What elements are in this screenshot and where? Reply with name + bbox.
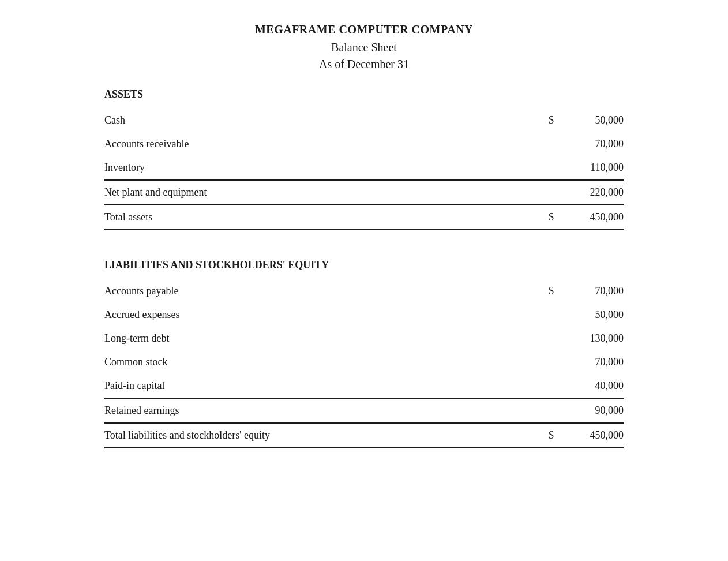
liabilities-row: Common stock 70,000 xyxy=(104,350,624,374)
liability-value: 130,000 xyxy=(572,332,624,345)
liabilities-row: Accounts payable $ 70,000 xyxy=(104,279,624,303)
liability-label: Accounts payable xyxy=(104,285,178,297)
assets-row: Inventory 110,000 xyxy=(104,156,624,179)
total-liabilities-row: Total liabilities and stockholders' equi… xyxy=(104,422,624,448)
liabilities-section: LIABILITIES AND STOCKHOLDERS' EQUITY Acc… xyxy=(104,259,624,448)
assets-section: ASSETS Cash $ 50,000 Accounts receivable… xyxy=(104,88,624,230)
asset-value-group: 220,000 xyxy=(520,186,624,199)
liability-value: 70,000 xyxy=(572,285,624,297)
liability-value: 40,000 xyxy=(572,380,624,392)
report-title: Balance Sheet xyxy=(104,41,624,54)
total-liabilities-label: Total liabilities and stockholders' equi… xyxy=(104,429,270,442)
liability-label: Accrued expenses xyxy=(104,309,179,321)
liability-value-group: 70,000 xyxy=(520,356,624,368)
asset-value: 110,000 xyxy=(572,162,624,174)
total-liabilities-value-group: $ 450,000 xyxy=(520,429,624,442)
asset-label: Accounts receivable xyxy=(104,138,189,150)
liability-value-group: 130,000 xyxy=(520,332,624,345)
liability-value: 90,000 xyxy=(572,405,624,417)
asset-label: Inventory xyxy=(104,162,145,174)
document: MEGAFRAME COMPUTER COMPANY Balance Sheet… xyxy=(104,23,624,448)
total-liabilities-dollar: $ xyxy=(549,429,558,442)
liability-label: Common stock xyxy=(104,356,168,368)
assets-row: Net plant and equipment 220,000 xyxy=(104,179,624,204)
asset-value: 220,000 xyxy=(572,186,624,199)
liabilities-row: Long-term debt 130,000 xyxy=(104,327,624,350)
asset-value-group: 70,000 xyxy=(520,138,624,150)
assets-header: ASSETS xyxy=(104,88,624,100)
asset-value-group: $ 50,000 xyxy=(520,114,624,126)
asset-value-group: 110,000 xyxy=(520,162,624,174)
liabilities-row: Retained earnings 90,000 xyxy=(104,398,624,422)
total-assets-label: Total assets xyxy=(104,211,152,223)
assets-items-list: Cash $ 50,000 Accounts receivable 70,000… xyxy=(104,109,624,204)
total-assets-row: Total assets $ 450,000 xyxy=(104,204,624,230)
liabilities-items-list: Accounts payable $ 70,000 Accrued expens… xyxy=(104,279,624,422)
liability-value: 50,000 xyxy=(572,309,624,321)
assets-row: Accounts receivable 70,000 xyxy=(104,132,624,156)
asset-label: Net plant and equipment xyxy=(104,186,207,199)
report-header: MEGAFRAME COMPUTER COMPANY Balance Sheet… xyxy=(104,23,624,71)
liabilities-row: Accrued expenses 50,000 xyxy=(104,303,624,327)
total-assets-value: 450,000 xyxy=(572,211,624,223)
liability-label: Long-term debt xyxy=(104,332,169,345)
liabilities-header: LIABILITIES AND STOCKHOLDERS' EQUITY xyxy=(104,259,624,271)
liability-label: Paid-in capital xyxy=(104,380,164,392)
report-date: As of December 31 xyxy=(104,58,624,71)
liability-value-group: 50,000 xyxy=(520,309,624,321)
asset-value: 70,000 xyxy=(572,138,624,150)
liability-value: 70,000 xyxy=(572,356,624,368)
total-assets-value-group: $ 450,000 xyxy=(520,211,624,223)
total-assets-dollar: $ xyxy=(549,211,558,223)
liability-label: Retained earnings xyxy=(104,405,179,417)
liability-value-group: 40,000 xyxy=(520,380,624,392)
liability-dollar: $ xyxy=(549,285,558,297)
company-name: MEGAFRAME COMPUTER COMPANY xyxy=(104,23,624,36)
assets-row: Cash $ 50,000 xyxy=(104,109,624,132)
asset-dollar: $ xyxy=(549,114,558,126)
liability-value-group: 90,000 xyxy=(520,405,624,417)
total-liabilities-value: 450,000 xyxy=(572,429,624,442)
asset-label: Cash xyxy=(104,114,125,126)
asset-value: 50,000 xyxy=(572,114,624,126)
liability-value-group: $ 70,000 xyxy=(520,285,624,297)
liabilities-row: Paid-in capital 40,000 xyxy=(104,374,624,398)
